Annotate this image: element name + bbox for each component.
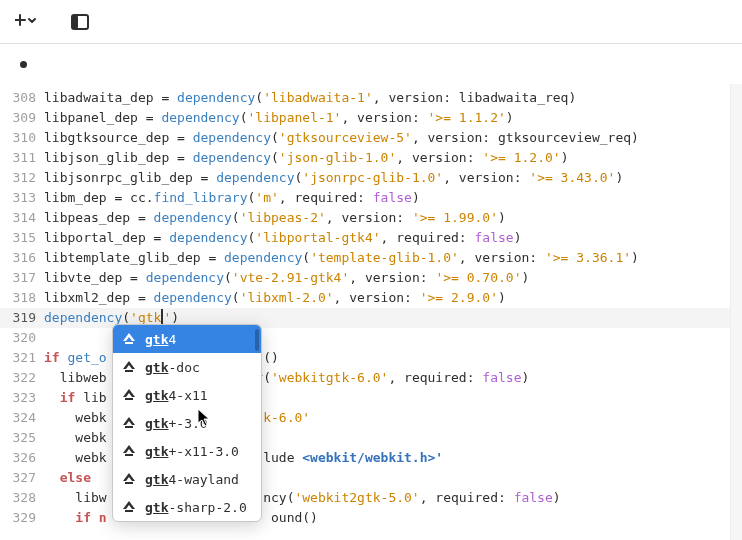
line-number: 313 [0,188,44,208]
line-number: 325 [0,428,44,448]
completion-label: gtk+-3.0 [145,416,208,431]
line-number: 317 [0,268,44,288]
code-line[interactable]: 312libjsonrpc_glib_dep = dependency('jso… [0,168,730,188]
code-line[interactable]: 329 if n ound() [0,508,730,528]
completion-label: gtk-sharp-2.0 [145,500,247,515]
code-line[interactable]: 308libadwaita_dep = dependency('libadwai… [0,88,730,108]
code-content[interactable]: libportal_dep = dependency('libportal-gt… [44,228,521,248]
code-content[interactable]: if lib [44,388,107,408]
line-number: 322 [0,368,44,388]
code-line[interactable]: 318libxml2_dep = dependency('libxml-2.0'… [0,288,730,308]
line-number: 308 [0,88,44,108]
line-number: 323 [0,388,44,408]
plus-chevron-icon [15,14,37,30]
code-content[interactable]: libxml2_dep = dependency('libxml-2.0', v… [44,288,506,308]
code-line[interactable]: 319dependency('gtk') [0,308,730,328]
completion-kind-icon [121,417,137,429]
completion-item[interactable]: gtk+-x11-3.0 [113,437,261,465]
completion-item[interactable]: gtk-doc [113,353,261,381]
completion-item[interactable]: gtk4 [113,325,261,353]
line-number: 326 [0,448,44,468]
toggle-sidebar-button[interactable] [62,6,98,38]
code-content[interactable]: libgtksource_dep = dependency('gtksource… [44,128,639,148]
code-content[interactable]: webk [44,428,107,448]
completion-item[interactable]: gtk4-x11 [113,381,261,409]
completion-kind-icon [121,361,137,373]
tab-bar [0,44,742,84]
sidebar-icon [71,14,89,30]
line-number: 310 [0,128,44,148]
line-number: 319 [0,308,44,328]
code-line[interactable]: 314libpeas_dep = dependency('libpeas-2',… [0,208,730,228]
completion-scrollbar[interactable] [255,329,259,351]
completion-label: gtk+-x11-3.0 [145,444,239,459]
code-line[interactable]: 323 if lib [0,388,730,408]
line-number: 320 [0,328,44,348]
completion-label: gtk4-x11 [145,388,208,403]
completion-item[interactable]: gtk4-wayland [113,465,261,493]
line-number: 324 [0,408,44,428]
completion-kind-icon [121,445,137,457]
code-line[interactable]: 325 webk [0,428,730,448]
completion-label: gtk-doc [145,360,200,375]
code-content[interactable]: libm_dep = cc.find_library('m', required… [44,188,420,208]
line-number: 318 [0,288,44,308]
completion-popup[interactable]: gtk4gtk-docgtk4-x11gtk+-3.0gtk+-x11-3.0g… [112,324,262,522]
line-number: 329 [0,508,44,528]
line-number: 328 [0,488,44,508]
code-content[interactable]: libpanel_dep = dependency('libpanel-1', … [44,108,514,128]
code-line[interactable]: 324 webk k-6.0' [0,408,730,428]
code-content[interactable]: else [44,468,91,488]
code-line[interactable]: 317libvte_dep = dependency('vte-2.91-gtk… [0,268,730,288]
code-content[interactable]: libpeas_dep = dependency('libpeas-2', ve… [44,208,506,228]
code-line[interactable]: 310libgtksource_dep = dependency('gtksou… [0,128,730,148]
completion-label: gtk4-wayland [145,472,239,487]
code-content[interactable]: libjsonrpc_glib_dep = dependency('jsonrp… [44,168,623,188]
header-toolbar [0,0,742,44]
completion-kind-icon [121,501,137,513]
code-line[interactable]: 315libportal_dep = dependency('libportal… [0,228,730,248]
completion-item[interactable]: gtk+-3.0 [113,409,261,437]
line-number: 316 [0,248,44,268]
line-number: 315 [0,228,44,248]
source-editor[interactable]: 308libadwaita_dep = dependency('libadwai… [0,84,730,540]
code-content[interactable]: libvte_dep = dependency('vte-2.91-gtk4',… [44,268,529,288]
modified-indicator [20,61,27,68]
overview-ruler[interactable] [730,84,742,540]
code-line[interactable]: 326 webk lude <webkit/webkit.h>' [0,448,730,468]
code-line[interactable]: 313libm_dep = cc.find_library('m', requi… [0,188,730,208]
code-line[interactable]: 321if get_o abled() [0,348,730,368]
svg-rect-1 [72,15,78,29]
code-content[interactable]: libtemplate_glib_dep = dependency('templ… [44,248,639,268]
completion-kind-icon [121,473,137,485]
code-line[interactable]: 328 libw ncy('webkit2gtk-5.0', required:… [0,488,730,508]
completion-kind-icon [121,389,137,401]
line-number: 314 [0,208,44,228]
line-number: 311 [0,148,44,168]
code-line[interactable]: 309libpanel_dep = dependency('libpanel-1… [0,108,730,128]
line-number: 312 [0,168,44,188]
code-line[interactable]: 311libjson_glib_dep = dependency('json-g… [0,148,730,168]
completion-item[interactable]: gtk-sharp-2.0 [113,493,261,521]
code-content[interactable]: libadwaita_dep = dependency('libadwaita-… [44,88,576,108]
line-number: 321 [0,348,44,368]
completion-label: gtk4 [145,332,176,347]
code-line[interactable]: 316libtemplate_glib_dep = dependency('te… [0,248,730,268]
code-line[interactable]: 320 [0,328,730,348]
line-number: 309 [0,108,44,128]
code-line[interactable]: 327 else [0,468,730,488]
editor-area[interactable]: 308libadwaita_dep = dependency('libadwai… [0,84,742,540]
code-content[interactable]: libjson_glib_dep = dependency('json-glib… [44,148,568,168]
new-tab-button[interactable] [8,6,44,38]
completion-kind-icon [121,333,137,345]
code-line[interactable]: 322 libweb y('webkitgtk-6.0', required: … [0,368,730,388]
line-number: 327 [0,468,44,488]
